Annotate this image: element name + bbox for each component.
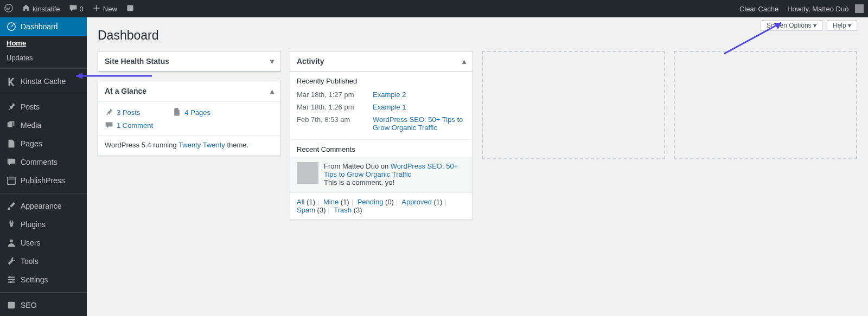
comments-link[interactable]: 0 bbox=[65, 0, 88, 17]
sidebar-label: Plugins bbox=[21, 220, 46, 229]
filter-pending[interactable]: Pending bbox=[358, 198, 384, 206]
comment-icon bbox=[105, 121, 113, 130]
comments-count: 0 bbox=[80, 5, 84, 13]
sidebar-label: Users bbox=[21, 238, 41, 240]
admin-sidebar: Dashboard Home Updates Kinsta Cache Post… bbox=[0, 17, 87, 240]
screen-options-button[interactable]: Screen Options ▾ bbox=[761, 20, 822, 31]
widget-drop-zone[interactable] bbox=[674, 51, 857, 159]
admin-toolbar: kinstalife 0 New Clear Cache Howdy, Matt… bbox=[0, 0, 868, 17]
filter-trash[interactable]: Trash bbox=[334, 206, 352, 214]
glance-comments[interactable]: 1 Comment bbox=[105, 121, 153, 130]
media-icon bbox=[7, 120, 16, 130]
site-name: kinstalife bbox=[33, 5, 60, 13]
sidebar-label: Comments bbox=[21, 158, 58, 166]
filter-mine[interactable]: Mine bbox=[323, 198, 339, 206]
sidebar-posts[interactable]: Posts bbox=[0, 98, 87, 116]
svg-rect-1 bbox=[127, 5, 133, 11]
sidebar-media[interactable]: Media bbox=[0, 116, 87, 134]
sidebar-publishpress[interactable]: PublishPress bbox=[0, 171, 87, 190]
yoast-link[interactable] bbox=[122, 0, 139, 17]
avatar bbox=[855, 4, 864, 13]
howdy-text: Howdy, Matteo Duò bbox=[787, 5, 848, 13]
sidebar-label: Pages bbox=[21, 139, 42, 148]
sidebar-plugins[interactable]: Plugins bbox=[0, 215, 87, 234]
recently-published-heading: Recently Published bbox=[290, 72, 473, 88]
post-link[interactable]: Example 2 bbox=[373, 91, 406, 99]
at-a-glance-box: At a Glance▴ 3 Posts 4 Pages 1 Comment W… bbox=[98, 81, 281, 156]
wp-version-line: WordPress 5.4 running Twenty Twenty them… bbox=[98, 135, 280, 149]
site-link[interactable]: kinstalife bbox=[17, 0, 65, 17]
kinsta-icon bbox=[7, 76, 16, 86]
sidebar-label: Media bbox=[21, 121, 41, 130]
list-item: Mar 18th, 1:26 pmExample 1 bbox=[297, 101, 466, 113]
sidebar-users[interactable]: Users bbox=[0, 234, 87, 240]
sidebar-dashboard[interactable]: Dashboard bbox=[0, 17, 87, 36]
widget-drop-zone[interactable] bbox=[482, 51, 665, 159]
plug-icon bbox=[7, 220, 16, 229]
help-button[interactable]: Help ▾ bbox=[827, 20, 857, 31]
pin-icon bbox=[7, 102, 16, 112]
wp-logo[interactable] bbox=[0, 0, 17, 17]
recent-comments-heading: Recent Comments bbox=[290, 139, 473, 157]
brush-icon bbox=[7, 201, 16, 211]
sidebar-sub-home[interactable]: Home bbox=[0, 36, 87, 50]
chevron-down-icon[interactable]: ▾ bbox=[270, 57, 274, 66]
glance-pages[interactable]: 4 Pages bbox=[173, 108, 210, 117]
clear-cache-link[interactable]: Clear Cache bbox=[735, 0, 783, 17]
chevron-up-icon[interactable]: ▴ bbox=[462, 57, 466, 66]
post-link[interactable]: WordPress SEO: 50+ Tips to Grow Organic … bbox=[373, 115, 466, 132]
filter-spam[interactable]: Spam bbox=[297, 206, 315, 214]
svg-rect-3 bbox=[8, 177, 15, 185]
new-label: New bbox=[103, 5, 117, 13]
sidebar-pages[interactable]: Pages bbox=[0, 134, 87, 153]
calendar-icon bbox=[7, 176, 16, 185]
comment-filters: All (1)| Mine (1)| Pending (0)| Approved… bbox=[290, 192, 473, 220]
filter-approved[interactable]: Approved bbox=[401, 198, 432, 206]
page-icon bbox=[173, 108, 181, 117]
theme-link[interactable]: Twenty Twenty bbox=[178, 141, 225, 149]
site-health-box: Site Health Status▾ bbox=[98, 51, 281, 72]
glance-posts[interactable]: 3 Posts bbox=[105, 108, 140, 117]
published-list: Mar 18th, 1:27 pmExample 2 Mar 18th, 1:2… bbox=[290, 88, 473, 139]
box-header[interactable]: Activity▴ bbox=[290, 51, 473, 72]
sidebar-label: Dashboard bbox=[21, 22, 58, 31]
content-area: Screen Options ▾ Help ▾ Dashboard Site H… bbox=[87, 17, 868, 240]
page-title: Dashboard bbox=[98, 28, 857, 43]
activity-box: Activity▴ Recently Published Mar 18th, 1… bbox=[290, 51, 473, 220]
sidebar-label: PublishPress bbox=[21, 176, 65, 185]
box-header[interactable]: Site Health Status▾ bbox=[98, 51, 280, 72]
box-header[interactable]: At a Glance▴ bbox=[98, 81, 280, 101]
sidebar-appearance[interactable]: Appearance bbox=[0, 197, 87, 215]
chevron-up-icon[interactable]: ▴ bbox=[270, 87, 274, 95]
avatar bbox=[297, 162, 318, 184]
my-account[interactable]: Howdy, Matteo Duò bbox=[783, 0, 868, 17]
post-link[interactable]: Example 1 bbox=[373, 103, 406, 111]
sidebar-label: Appearance bbox=[21, 202, 62, 210]
comment-item: From Matteo Duò on WordPress SEO: 50+ Ti… bbox=[290, 157, 473, 192]
comment-icon bbox=[7, 157, 16, 167]
filter-all[interactable]: All bbox=[297, 198, 304, 206]
sidebar-comments[interactable]: Comments bbox=[0, 153, 87, 171]
comment-body: This is a comment, yo! bbox=[324, 178, 466, 186]
new-link[interactable]: New bbox=[88, 0, 122, 17]
sidebar-label: Kinsta Cache bbox=[21, 77, 66, 86]
list-item: Mar 18th, 1:27 pmExample 2 bbox=[297, 88, 466, 101]
sidebar-kinsta[interactable]: Kinsta Cache bbox=[0, 72, 87, 91]
pin-icon bbox=[105, 108, 113, 117]
sidebar-sub-updates[interactable]: Updates bbox=[0, 50, 87, 65]
user-icon bbox=[7, 238, 16, 240]
sidebar-label: Posts bbox=[21, 102, 40, 111]
list-item: Feb 7th, 8:53 amWordPress SEO: 50+ Tips … bbox=[297, 113, 466, 134]
dashboard-icon bbox=[7, 22, 16, 31]
page-icon bbox=[7, 139, 16, 149]
